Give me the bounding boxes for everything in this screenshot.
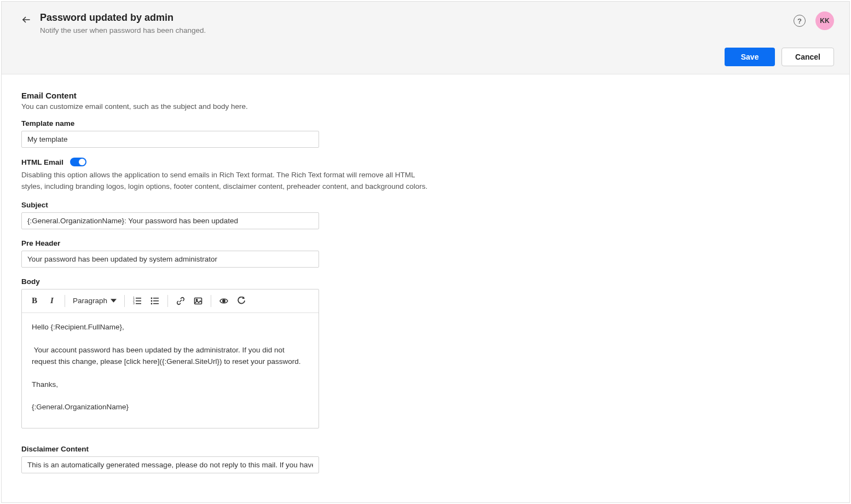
subject-input[interactable] [21, 212, 319, 229]
editor-toolbar: B I Paragraph 123 [22, 289, 319, 313]
content-area: Email Content You can customize email co… [2, 74, 849, 490]
template-name-input[interactable] [21, 131, 319, 148]
header-right: ? KK [794, 11, 834, 30]
page-title: Password updated by admin [40, 11, 206, 24]
ordered-list-button[interactable]: 123 [129, 293, 146, 309]
preheader-input[interactable] [21, 251, 319, 268]
svg-rect-4 [136, 303, 141, 304]
page-header: Password updated by admin Notify the use… [2, 2, 849, 74]
svg-point-8 [151, 297, 153, 299]
refresh-icon [237, 297, 246, 305]
body-editor: B I Paragraph 123 [21, 289, 319, 428]
svg-point-15 [196, 299, 197, 300]
svg-rect-2 [136, 298, 141, 299]
italic-button[interactable]: I [44, 293, 60, 309]
avatar-initials: KK [820, 17, 829, 25]
svg-rect-11 [153, 298, 159, 299]
eye-icon [219, 297, 228, 305]
arrow-left-icon [21, 15, 31, 25]
toolbar-separator [167, 295, 168, 307]
cancel-button[interactable]: Cancel [781, 48, 834, 66]
svg-point-9 [151, 300, 153, 302]
section-title: Email Content [21, 91, 830, 100]
title-block: Password updated by admin Notify the use… [40, 11, 206, 34]
link-icon [176, 297, 185, 305]
svg-rect-13 [153, 303, 159, 304]
header-top-row: Password updated by admin Notify the use… [20, 11, 834, 34]
image-button[interactable] [190, 293, 206, 309]
svg-text:3: 3 [133, 302, 135, 305]
italic-icon: I [50, 296, 54, 305]
page-subtitle: Notify the user when password has been c… [40, 26, 206, 34]
body-label: Body [21, 277, 830, 286]
image-icon [194, 297, 202, 305]
toolbar-separator [65, 295, 65, 307]
link-button[interactable] [172, 293, 189, 309]
avatar[interactable]: KK [815, 11, 834, 30]
subject-field: Subject [21, 201, 830, 229]
html-email-description: Disabling this option allows the applica… [21, 170, 437, 192]
section-description: You can customize email content, such as… [21, 102, 830, 111]
refresh-button[interactable] [233, 293, 250, 309]
editor-body[interactable]: Hello {:Recipient.FullName}, Your accoun… [22, 313, 319, 428]
save-button[interactable]: Save [725, 48, 775, 66]
unordered-list-icon [150, 297, 159, 305]
html-email-label: HTML Email [21, 158, 63, 166]
subject-label: Subject [21, 201, 830, 209]
preview-button[interactable] [216, 293, 232, 309]
help-button[interactable]: ? [794, 15, 806, 27]
toolbar-separator [211, 295, 211, 307]
preheader-field: Pre Header [21, 239, 830, 268]
html-email-row: HTML Email [21, 158, 830, 166]
disclaimer-label: Disclaimer Content [21, 445, 830, 453]
help-icon: ? [797, 17, 802, 25]
template-name-field: Template name [21, 119, 830, 148]
bold-icon: B [32, 296, 37, 305]
format-select[interactable]: Paragraph [70, 294, 120, 307]
page-container: Password updated by admin Notify the use… [1, 1, 850, 503]
svg-point-10 [151, 303, 153, 304]
ordered-list-icon: 123 [133, 297, 142, 305]
svg-point-16 [223, 300, 225, 302]
html-email-toggle[interactable] [70, 158, 86, 166]
title-wrap: Password updated by admin Notify the use… [20, 11, 206, 34]
back-button[interactable] [20, 14, 32, 26]
action-row: Save Cancel [20, 48, 834, 66]
format-select-label: Paragraph [73, 297, 107, 305]
preheader-label: Pre Header [21, 239, 830, 247]
bold-button[interactable]: B [26, 293, 43, 309]
svg-marker-1 [111, 299, 117, 303]
unordered-list-button[interactable] [147, 293, 163, 309]
disclaimer-input[interactable] [21, 456, 319, 473]
svg-rect-12 [153, 300, 159, 302]
svg-rect-3 [136, 300, 141, 302]
toolbar-separator [124, 295, 125, 307]
template-name-label: Template name [21, 119, 830, 128]
chevron-down-icon [111, 298, 117, 304]
